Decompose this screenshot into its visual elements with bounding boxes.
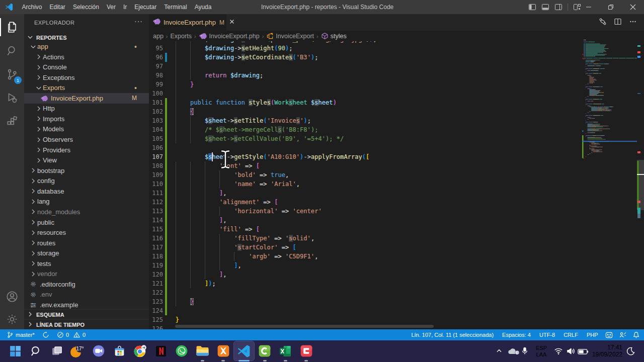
menu-seleccin[interactable]: Selección (69, 0, 103, 14)
folder-providers[interactable]: Providers (24, 145, 149, 155)
toggle-panel-icon[interactable] (540, 2, 550, 12)
extensions-icon[interactable] (0, 111, 24, 133)
folder-public[interactable]: public (24, 217, 149, 228)
notifications-bell-icon[interactable] (629, 329, 643, 340)
folder-node-modules[interactable]: node_modules (24, 207, 149, 217)
taskbar-camtasia-icon[interactable] (255, 341, 275, 360)
folder-models[interactable]: Models (24, 124, 149, 134)
folder-console[interactable]: Console (24, 62, 149, 72)
problems-item[interactable]: 0 0 (54, 329, 88, 340)
cursor-position[interactable]: Lín. 107, Col. 11 (1 seleccionada) (407, 329, 498, 340)
volume-icon[interactable] (567, 347, 575, 357)
folder-exceptions[interactable]: Exceptions (24, 72, 149, 83)
file-invoiceexport-php[interactable]: InvoiceExport.phpM (24, 93, 149, 104)
toggle-secondary-sidebar-icon[interactable] (553, 2, 564, 12)
night-mode-icon[interactable] (626, 347, 635, 357)
folder-actions[interactable]: Actions (24, 52, 149, 62)
file--env-example[interactable]: .env.example (24, 300, 149, 310)
wifi-icon[interactable] (554, 347, 563, 357)
horizontal-scrollbar[interactable] (175, 325, 434, 328)
encoding[interactable]: UTF-8 (535, 329, 559, 340)
tray-chevron-icon[interactable] (496, 347, 503, 356)
git-added-gutter[interactable] (165, 98, 167, 315)
folder-app[interactable]: app• (24, 41, 149, 52)
folder-http[interactable]: Http (24, 103, 149, 114)
taskbar-search-icon[interactable] (26, 341, 46, 360)
section-linea-de-tiempo[interactable]: LÍNEA DE TIEMPO (24, 319, 149, 329)
folder-database[interactable]: database (24, 186, 149, 197)
code-editor[interactable]: 94 $drawing->setPath(public_path('img/lo… (149, 41, 582, 329)
folder-config[interactable]: config (24, 175, 149, 186)
folder-view[interactable]: View (24, 155, 149, 165)
source-control-icon[interactable]: 1 (0, 63, 24, 85)
clock[interactable]: 17:4119/09/2022 (592, 344, 622, 358)
taskbar-weather-icon[interactable]: 17° (67, 341, 88, 360)
folder-resources[interactable]: resources (24, 227, 149, 238)
feedback-icon[interactable] (602, 329, 616, 340)
taskbar-xampp-icon[interactable] (213, 341, 233, 360)
search-icon[interactable] (0, 40, 24, 62)
folder-vendor[interactable]: vendor (24, 268, 149, 279)
git-branch-item[interactable]: master* (4, 329, 37, 340)
keyboard-layout[interactable]: ESPLAA (534, 345, 548, 357)
taskbar-chat-icon[interactable] (89, 341, 109, 360)
restore-button[interactable] (600, 0, 622, 14)
split-editor-icon[interactable] (614, 18, 622, 28)
run-debug-icon[interactable] (0, 87, 24, 109)
breadcrumb-item-exports[interactable]: Exports (171, 33, 192, 40)
settings-gear-icon[interactable] (0, 308, 24, 330)
more-actions-icon[interactable] (629, 18, 637, 28)
onedrive-icon[interactable] (507, 347, 520, 357)
menu-ver[interactable]: Ver (103, 0, 119, 14)
taskbar-whatsapp-icon[interactable] (172, 341, 192, 360)
taskbar-excel-icon[interactable] (275, 341, 295, 360)
taskbar-camtasia-recorder-icon[interactable] (296, 341, 316, 360)
menu-ejecutar[interactable]: Ejecutar (131, 0, 160, 14)
language-mode[interactable]: PHP (582, 329, 602, 340)
tab-invoiceexport[interactable]: InvoiceExport.php M (149, 14, 226, 31)
close-button[interactable] (622, 0, 644, 14)
folder-exports[interactable]: Exports• (24, 82, 149, 93)
intelephense-status-icon[interactable] (616, 329, 629, 340)
breadcrumb-item-invoiceexport[interactable]: InvoiceExport (276, 33, 314, 40)
menu-terminal[interactable]: Terminal (160, 0, 191, 14)
section-esquema[interactable]: ESQUEMA (24, 309, 149, 319)
taskbar-start-icon[interactable] (6, 341, 26, 360)
menu-editar[interactable]: Editar (46, 0, 69, 14)
taskbar-vscode-icon[interactable] (234, 341, 254, 360)
breadcrumb-item-invoiceexport-php[interactable]: InvoiceExport.php (209, 33, 260, 40)
accounts-icon[interactable] (0, 286, 24, 308)
taskbar-store-icon[interactable] (109, 341, 129, 360)
battery-icon[interactable] (578, 348, 589, 357)
vertical-scrollbar[interactable] (637, 41, 644, 329)
folder-tests[interactable]: tests (24, 258, 149, 269)
eol-sequence[interactable]: CRLF (559, 329, 583, 340)
folder-observers[interactable]: Observers (24, 134, 149, 145)
sidebar-more-actions-icon[interactable]: ··· (134, 17, 143, 25)
menu-archivo[interactable]: Archivo (18, 0, 46, 14)
tab-close-icon[interactable] (228, 18, 235, 27)
file--env[interactable]: .env (24, 289, 149, 300)
folder-imports[interactable]: Imports (24, 114, 149, 124)
menu-ir[interactable]: Ir (119, 0, 130, 14)
breadcrumb-item-styles[interactable]: styles (331, 33, 347, 40)
git-modified-gutter[interactable] (165, 53, 167, 62)
folder-storage[interactable]: storage (24, 248, 149, 258)
folder-routes[interactable]: routes (24, 238, 149, 248)
menu-ayuda[interactable]: Ayuda (191, 0, 215, 14)
taskbar-explorer-icon[interactable] (192, 341, 212, 360)
minimize-button[interactable] (578, 0, 600, 14)
explorer-icon[interactable] (0, 16, 24, 38)
minimap[interactable] (582, 40, 637, 329)
taskbar-chrome-icon[interactable] (130, 341, 150, 360)
indentation[interactable]: Espacios: 4 (498, 329, 535, 340)
toggle-sidebar-icon[interactable] (527, 2, 537, 12)
file--editorconfig[interactable]: .editorconfig (24, 279, 149, 290)
folder-lang[interactable]: lang (24, 196, 149, 207)
taskbar-netflix-icon[interactable] (151, 341, 171, 360)
open-changes-icon[interactable] (599, 18, 607, 28)
sync-changes-item[interactable] (40, 329, 52, 340)
taskbar-task-view-icon[interactable] (47, 341, 67, 360)
folder-bootstrap[interactable]: bootstrap (24, 165, 149, 176)
breadcrumb-item-app[interactable]: app (153, 33, 164, 40)
